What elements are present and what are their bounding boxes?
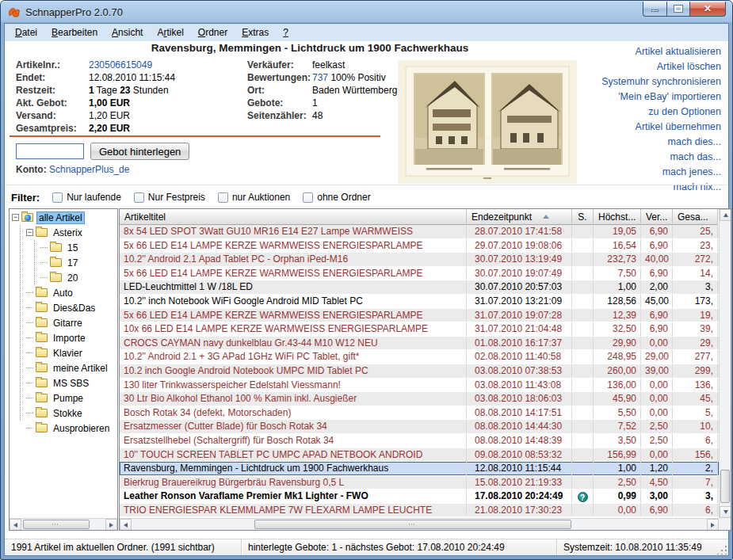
action-link-artikel-ubernehmen[interactable]: Artikel übernehmen	[539, 120, 721, 135]
menu-item-help[interactable]: ?	[276, 25, 296, 40]
menu-item-datei[interactable]: Datei	[8, 25, 44, 40]
cell-s	[572, 225, 594, 238]
action-link-mach-dies[interactable]: mach dies...	[539, 135, 721, 150]
folder-icon	[36, 379, 48, 387]
table-vscrollbar[interactable]	[719, 209, 731, 518]
table-row[interactable]: 5x 66 LED E14 LAMPE KERZE WARMWEISS ENER…	[120, 267, 719, 281]
table-row[interactable]: Ersatzmesser (Cutter Blade) für Bosch Ro…	[120, 420, 719, 434]
tree-item-stokke[interactable]: Stokke	[10, 406, 117, 421]
filter-option-nur-laufende[interactable]: Nur laufende	[52, 192, 121, 203]
resize-grip[interactable]	[717, 544, 727, 554]
cell-gesamt: 25,	[673, 225, 718, 238]
checkbox-icon[interactable]	[134, 192, 144, 203]
menu-item-ansicht[interactable]: Ansicht	[105, 25, 150, 40]
table-row[interactable]: Leather Ronson Varaflame Premier Mk1 Lig…	[120, 490, 719, 504]
table-row[interactable]: TRIO ENERGIESPAR KLEMMLAMPE 7W FLEXARM L…	[120, 504, 719, 518]
action-link-artikel-loschen[interactable]: Artikel löschen	[539, 59, 721, 74]
table-row[interactable]: 8x 54 LED SPOT 3Watt GU10 MR16 E14 E27 L…	[120, 225, 719, 239]
column-header-artikeltitel[interactable]: Artikeltitel	[120, 209, 467, 225]
table-row[interactable]: 30 Ltr Bio Alkohol Ethanol 100 % Kamin i…	[120, 392, 719, 406]
collapse-expander-icon[interactable]: −	[12, 214, 19, 221]
tree-item-asterix[interactable]: −Asterix	[10, 225, 117, 240]
column-header-ver[interactable]: Ver...	[641, 209, 673, 225]
close-button[interactable]: ✕	[689, 2, 726, 17]
table-row[interactable]: 5x 66 LED E14 LAMPE KERZE WARMWEISS ENER…	[120, 309, 719, 323]
column-header-gesa[interactable]: Gesa...	[673, 209, 718, 225]
bewertungen-link[interactable]: 737	[312, 72, 328, 83]
menu-item-ordner[interactable]: Ordner	[191, 25, 235, 40]
table-row[interactable]: Ersatzstellhebel (Schaltergriff) für Bos…	[120, 434, 719, 448]
tree-item-alle-artikel[interactable]: −alle Artikel	[10, 210, 117, 225]
checkbox-icon[interactable]	[218, 192, 228, 203]
table-row[interactable]: 5x 66 LED E14 LAMPE KERZE WARMWEISS ENER…	[120, 239, 719, 253]
action-link-mach-das[interactable]: mach das...	[539, 150, 721, 165]
column-header-s[interactable]: S.	[572, 209, 594, 225]
action-link-systemuhr-synchronisieren[interactable]: Systemuhr synchronisieren	[539, 74, 721, 90]
tree-item-importe[interactable]: Importe	[10, 330, 117, 345]
menu-item-artikel[interactable]: Artikel	[150, 25, 190, 40]
tree-item-meine-artikel[interactable]: meine Artikel	[10, 360, 117, 375]
table-row[interactable]: CROCS CAYMAN navy dunkelblau Gr.43-44 M1…	[120, 337, 719, 351]
tree-item-ausprobieren[interactable]: Ausprobieren	[10, 421, 117, 436]
action-link-artikel-aktualisieren[interactable]: Artikel aktualisieren	[539, 44, 721, 59]
action-link-mach-jenes[interactable]: mach jenes...	[539, 165, 721, 180]
scroll-down-button[interactable]	[720, 506, 731, 518]
table-row[interactable]: 130 liter Trinkwasserspeicher Edelstahl …	[120, 379, 719, 393]
checkbox-icon[interactable]	[303, 192, 313, 203]
scroll-up-button[interactable]	[720, 209, 731, 221]
collapse-expander-icon[interactable]: −	[26, 229, 33, 236]
table-row[interactable]: 10x 66 LED E14 LAMPE KERZE WARMWEISS ENE…	[120, 322, 719, 337]
action-link-mein-ebay-importieren[interactable]: 'Mein eBay' importieren	[539, 90, 721, 105]
bid-amount-input[interactable]	[16, 143, 84, 159]
konto-account-link[interactable]: SchnapperPlus_de	[49, 164, 129, 175]
tree-item-17[interactable]: 17	[10, 255, 117, 270]
menu-item-bearbeiten[interactable]: Bearbeiten	[44, 25, 105, 40]
action-link-mach-nix[interactable]: mach nix...	[539, 180, 721, 195]
action-link-zu-den-optionen[interactable]: zu den Optionen	[539, 105, 721, 120]
scroll-right-button[interactable]	[707, 519, 719, 531]
tree-item-gitarre[interactable]: Gitarre	[10, 315, 117, 330]
table-row[interactable]: 10.2'' Android 2.1 + 3G APad 1GHz WiFi P…	[120, 350, 719, 364]
table-row[interactable]: Ravensburg, Memmingen - Lichtdruck um 19…	[120, 462, 719, 476]
table-row[interactable]: 10.2 inch Google Android Notebook UMPC M…	[120, 364, 719, 379]
tree-hscrollbar[interactable]	[10, 518, 117, 530]
scroll-right-button[interactable]	[105, 519, 117, 531]
maximize-button[interactable]	[666, 2, 689, 17]
table-row[interactable]: Bosch Rotak 34 (defekt, Motorschaden)08.…	[120, 406, 719, 421]
filter-option-label: Nur Festpreis	[148, 192, 205, 203]
filter-option-nur-festpreis[interactable]: Nur Festpreis	[134, 192, 205, 203]
table-row[interactable]: LED-Leuchtmittel 1 W /18L ED30.07.2010 2…	[120, 280, 719, 295]
table-row[interactable]: 10.2'' Android 2.1 Apad Tablet PC - Orph…	[120, 253, 719, 267]
cell-artikeltitel: 30 Ltr Bio Alkohol Ethanol 100 % Kamin i…	[120, 392, 467, 406]
table-row[interactable]: 10'' TOUCH SCREEN TABLET PC UMPC APAD NE…	[120, 448, 719, 463]
table-row[interactable]: 10.2'' inch Notebook WiFi Google Android…	[120, 295, 719, 309]
title-bar[interactable]: SchnapperPro 2.0.70 ✕	[1, 1, 732, 23]
cell-hoechst: 1,00	[594, 280, 641, 294]
tree-item-20[interactable]: 20	[10, 270, 117, 285]
filter-option-ohne-ordner[interactable]: ohne Ordner	[303, 192, 370, 203]
hscroll-thumb[interactable]	[254, 520, 571, 529]
checkbox-icon[interactable]	[52, 192, 63, 203]
folder-icon	[50, 273, 62, 282]
table-hscrollbar[interactable]	[120, 518, 719, 530]
minimize-button[interactable]	[643, 2, 666, 17]
filter-option-nur-auktionen[interactable]: nur Auktionen	[218, 192, 290, 203]
tree-item-klavier[interactable]: Klavier	[10, 345, 117, 360]
column-header-endezeitpunkt[interactable]: Endezeitpunkt	[467, 209, 572, 225]
vscroll-thumb[interactable]	[720, 470, 730, 503]
scroll-left-button[interactable]	[120, 519, 132, 531]
hscroll-thumb[interactable]	[23, 520, 90, 529]
artikelnr-link[interactable]: 230506615049	[89, 59, 152, 70]
menu-item-extras[interactable]: Extras	[235, 25, 276, 40]
column-header-hochst[interactable]: Höchst...	[594, 209, 641, 225]
tree-item-15[interactable]: 15	[10, 240, 117, 255]
tree-item-pumpe[interactable]: Pumpe	[10, 390, 117, 406]
tree-item-ms-sbs[interactable]: MS SBS	[10, 375, 117, 390]
orange-divider	[10, 135, 380, 137]
cell-artikeltitel: Ersatzmesser (Cutter Blade) für Bosch Ro…	[120, 420, 467, 433]
tree-item-dies-das[interactable]: Dies&Das	[10, 300, 117, 315]
tree-item-auto[interactable]: Auto	[10, 285, 117, 300]
scroll-left-button[interactable]	[10, 519, 21, 531]
place-bid-button[interactable]: Gebot hinterlegen	[90, 143, 189, 160]
table-row[interactable]: Bierkrug Brauereikrug Bürgerbräu Ravensb…	[120, 476, 719, 490]
